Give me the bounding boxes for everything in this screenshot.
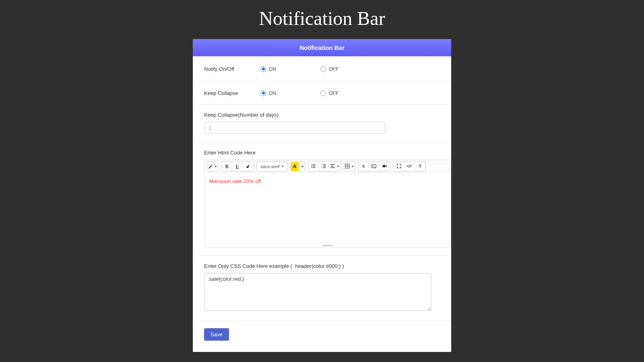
video-button[interactable] xyxy=(380,162,390,171)
svg-rect-9 xyxy=(323,166,326,167)
svg-rect-14 xyxy=(330,167,335,168)
settings-panel: Notification Bar Notify On/Off ON OFF Ke… xyxy=(193,39,451,352)
font-color-button[interactable]: A xyxy=(291,162,299,171)
svg-point-2 xyxy=(312,166,312,167)
collapse-row: Keep Collapse ON OFF xyxy=(193,80,451,105)
panel-body: Notify On/Off ON OFF Keep Collapse ON xyxy=(193,56,451,352)
table-dropdown[interactable] xyxy=(344,162,355,171)
magic-icon xyxy=(208,164,213,170)
html-editor-label: Enter Html Code Here xyxy=(204,150,440,156)
radio-icon xyxy=(320,66,326,72)
align-icon xyxy=(330,164,335,170)
notify-label: Notify On/Off xyxy=(204,66,260,72)
page-title: Notification Bar xyxy=(0,0,644,39)
image-icon xyxy=(372,164,376,170)
table-icon xyxy=(345,164,350,170)
css-code-textarea[interactable] xyxy=(204,273,431,311)
collapse-radio-group: ON OFF xyxy=(260,90,339,96)
underline-button[interactable]: U xyxy=(232,162,243,171)
svg-point-4 xyxy=(312,167,312,168)
svg-point-19 xyxy=(373,165,374,166)
paragraph-dropdown[interactable] xyxy=(330,162,340,171)
notify-radio-group: ON OFF xyxy=(260,66,339,72)
collapse-on-radio[interactable]: ON xyxy=(260,90,276,96)
collapse-label: Keep Collapse xyxy=(204,90,260,96)
fullscreen-icon xyxy=(396,164,401,170)
font-family-dropdown[interactable]: sans-serif xyxy=(257,162,287,171)
notify-off-radio[interactable]: OFF xyxy=(320,66,339,72)
html-editor-section: Enter Html Code Here B U xyxy=(193,142,451,256)
svg-rect-7 xyxy=(323,164,326,165)
svg-rect-18 xyxy=(372,164,376,168)
css-code-label: Enter Only CSS Code Here example ( .head… xyxy=(204,263,440,269)
css-code-section: Enter Only CSS Code Here example ( .head… xyxy=(193,256,451,321)
svg-rect-15 xyxy=(345,164,349,168)
image-button[interactable] xyxy=(369,162,380,171)
fullscreen-button[interactable] xyxy=(394,162,405,171)
svg-rect-1 xyxy=(313,164,316,165)
collapse-days-label: Keep Collapse(Number of days) xyxy=(204,112,440,118)
html-editor-content[interactable]: Mansoon sale 20% off xyxy=(204,173,451,244)
codeview-button[interactable] xyxy=(405,162,415,171)
eraser-icon xyxy=(246,164,250,170)
notify-on-label: ON xyxy=(269,66,276,72)
svg-rect-20 xyxy=(382,165,385,167)
video-icon xyxy=(382,164,387,170)
collapse-off-label: OFF xyxy=(329,90,339,96)
svg-rect-13 xyxy=(330,166,333,167)
svg-rect-11 xyxy=(323,167,326,168)
font-family-label: sans-serif xyxy=(260,164,280,169)
code-icon xyxy=(407,164,412,170)
editor-toolbar: B U sans-serif A xyxy=(204,160,451,173)
svg-rect-12 xyxy=(330,164,335,165)
collapse-on-label: ON xyxy=(269,90,276,96)
svg-rect-3 xyxy=(313,166,316,167)
unordered-list-button[interactable] xyxy=(309,162,319,171)
style-dropdown-button[interactable] xyxy=(207,162,218,171)
radio-icon xyxy=(260,66,266,72)
save-button[interactable]: Save xyxy=(204,328,229,341)
notify-on-radio[interactable]: ON xyxy=(260,66,276,72)
collapse-off-radio[interactable]: OFF xyxy=(320,90,339,96)
svg-point-0 xyxy=(312,164,312,165)
svg-text:3: 3 xyxy=(322,167,322,169)
ordered-list-button[interactable]: 123 xyxy=(319,162,330,171)
ol-icon: 123 xyxy=(322,164,326,170)
notify-row: Notify On/Off ON OFF xyxy=(193,56,451,80)
rich-text-editor: B U sans-serif A xyxy=(204,160,451,247)
panel-header: Notification Bar xyxy=(193,39,451,56)
svg-rect-5 xyxy=(313,167,316,168)
editor-resize-handle[interactable] xyxy=(204,244,451,247)
clear-format-button[interactable] xyxy=(243,162,253,171)
radio-icon xyxy=(260,90,266,96)
font-color-dropdown[interactable] xyxy=(299,162,305,171)
ul-icon xyxy=(311,164,316,170)
collapse-days-section: Keep Collapse(Number of days) xyxy=(193,105,451,142)
help-button[interactable]: ? xyxy=(415,162,425,171)
link-icon xyxy=(361,164,366,170)
svg-text:1: 1 xyxy=(322,164,322,165)
svg-text:2: 2 xyxy=(322,165,322,167)
collapse-days-input[interactable] xyxy=(204,122,385,134)
notify-off-label: OFF xyxy=(329,66,339,72)
bold-button[interactable]: B xyxy=(222,162,232,171)
radio-icon xyxy=(320,90,326,96)
link-button[interactable] xyxy=(359,162,369,171)
